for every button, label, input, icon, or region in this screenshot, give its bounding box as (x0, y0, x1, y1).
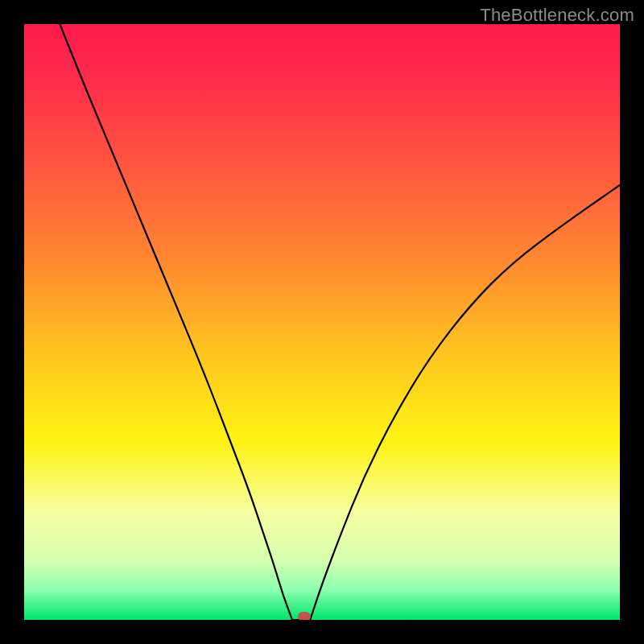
chart-frame: TheBottleneck.com (0, 0, 644, 644)
plot-area (24, 24, 620, 620)
chart-svg (24, 24, 620, 620)
watermark-text: TheBottleneck.com (480, 5, 634, 26)
gradient-background (24, 24, 620, 620)
optimal-point-marker (298, 612, 311, 620)
